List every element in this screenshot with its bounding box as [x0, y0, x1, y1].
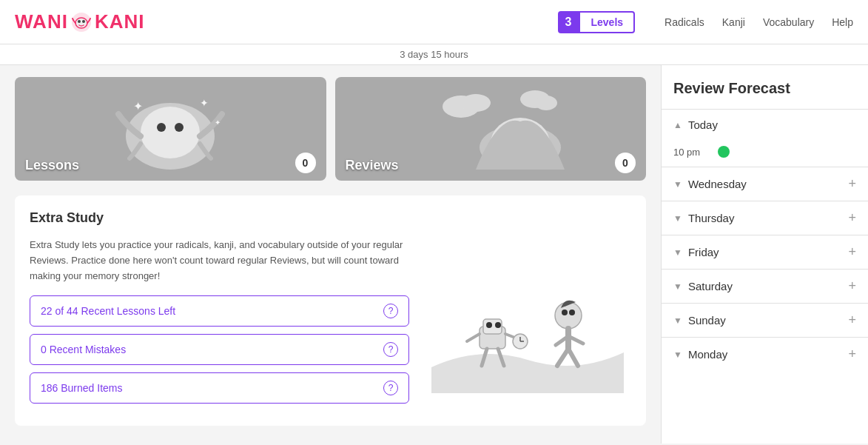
friday-chevron-icon: ▼: [673, 247, 682, 258]
extra-study-title: Extra Study: [30, 210, 631, 226]
forecast-sunday-header[interactable]: ▼ Sunday +: [662, 304, 868, 337]
svg-point-16: [461, 94, 491, 112]
logo-text-right: KANI: [95, 10, 145, 33]
forecast-saturday: ▼ Saturday +: [662, 269, 868, 303]
forecast-friday-left: ▼ Friday: [673, 246, 719, 258]
main-nav: Radicals Kanji Vocabulary Help: [665, 16, 853, 28]
forecast-wednesday-header[interactable]: ▼ Wednesday +: [662, 167, 868, 201]
level-control[interactable]: 3 Levels: [558, 11, 650, 33]
svg-point-24: [486, 322, 492, 328]
monday-chevron-icon: ▼: [673, 349, 682, 360]
extra-study-left: Extra Study lets you practice your radic…: [30, 238, 409, 411]
lessons-card[interactable]: ✦ ✦ ✦ Lessons 0: [15, 77, 326, 181]
today-label: Today: [688, 118, 718, 131]
crab-logo-icon: [70, 10, 93, 34]
friday-plus-icon: +: [848, 244, 856, 260]
time-row-10pm: 10 pm: [673, 143, 856, 161]
forecast-today-header[interactable]: ▲ Today: [662, 110, 868, 140]
forecast-today-left: ▲ Today: [673, 118, 718, 131]
forecast-sunday-left: ▼ Sunday: [673, 314, 726, 327]
sunday-plus-icon: +: [848, 312, 856, 328]
nav-kanji[interactable]: Kanji: [722, 16, 745, 28]
saturday-label: Saturday: [688, 280, 733, 292]
svg-point-21: [569, 310, 575, 315]
thursday-label: Thursday: [688, 212, 735, 224]
nav-radicals[interactable]: Radicals: [665, 16, 704, 28]
svg-point-5: [141, 107, 200, 158]
sunday-chevron-icon: ▼: [673, 315, 682, 326]
left-content: ✦ ✦ ✦ Lessons 0: [0, 65, 661, 444]
svg-text:✦: ✦: [200, 97, 209, 109]
extra-study-illustration-area: [424, 238, 631, 411]
lessons-count: 0: [295, 153, 316, 173]
forecast-monday-header[interactable]: ▼ Monday +: [662, 338, 868, 371]
extra-study-description: Extra Study lets you practice your radic…: [30, 238, 409, 284]
svg-point-20: [562, 310, 568, 315]
nav-vocabulary[interactable]: Vocabulary: [763, 16, 814, 28]
forecast-saturday-header[interactable]: ▼ Saturday +: [662, 270, 868, 303]
reviews-label: Reviews: [346, 158, 399, 173]
lessons-label: Lessons: [25, 158, 79, 173]
recent-lessons-info-icon[interactable]: ?: [383, 304, 398, 318]
logo: WANI KANI: [15, 10, 144, 34]
main-layout: ✦ ✦ ✦ Lessons 0: [0, 65, 868, 444]
friday-label: Friday: [688, 246, 719, 258]
svg-point-18: [535, 96, 557, 110]
svg-text:✦: ✦: [215, 118, 221, 127]
running-illustration-svg: [431, 256, 624, 393]
today-chevron-up-icon: ▲: [673, 120, 682, 130]
logo-text-left: WANI: [15, 10, 68, 33]
recent-lessons-button[interactable]: 22 of 44 Recent Lessons Left ?: [30, 295, 409, 327]
svg-point-1: [75, 18, 87, 28]
header: WANI KANI 3 Levels Radicals Kanji Vocabu…: [0, 0, 868, 44]
monday-plus-icon: +: [848, 347, 856, 362]
sub-header-text: 3 days 15 hours: [400, 49, 468, 60]
burned-items-button[interactable]: 186 Burned Items ?: [30, 372, 409, 404]
reviews-count: 0: [615, 153, 636, 173]
reviews-card[interactable]: Reviews 0: [335, 77, 647, 181]
reviews-svg: [417, 84, 565, 173]
forecast-wednesday-left: ▼ Wednesday: [673, 178, 747, 190]
forecast-saturday-left: ▼ Saturday: [673, 280, 733, 292]
cards-row: ✦ ✦ ✦ Lessons 0: [15, 77, 646, 181]
levels-button[interactable]: Levels: [579, 11, 635, 33]
svg-point-25: [495, 322, 501, 328]
monday-label: Monday: [688, 348, 727, 361]
forecast-friday-header[interactable]: ▼ Friday +: [662, 235, 868, 269]
forecast-monday-left: ▼ Monday: [673, 348, 727, 361]
svg-point-2: [78, 20, 81, 23]
sub-header: 3 days 15 hours: [0, 44, 868, 65]
right-sidebar: Review Forecast ▲ Today 10 pm ▼: [661, 65, 868, 444]
forecast-title: Review Forecast: [662, 65, 868, 109]
forecast-friday: ▼ Friday +: [662, 235, 868, 269]
extra-study-section: Extra Study Extra Study lets you practic…: [15, 195, 646, 426]
forecast-thursday-left: ▼ Thursday: [673, 212, 734, 224]
forecast-wednesday: ▼ Wednesday +: [662, 167, 868, 201]
thursday-plus-icon: +: [848, 210, 856, 226]
svg-point-19: [555, 302, 582, 329]
recent-lessons-label: 22 of 44 Recent Lessons Left: [41, 305, 175, 317]
nav-help[interactable]: Help: [832, 16, 853, 28]
thursday-chevron-icon: ▼: [673, 213, 682, 224]
extra-study-inner: Extra Study lets you practice your radic…: [30, 238, 631, 411]
recent-mistakes-label: 0 Recent Mistakes: [41, 344, 126, 355]
wednesday-label: Wednesday: [688, 178, 747, 190]
burned-items-info-icon[interactable]: ?: [383, 381, 398, 395]
forecast-sunday: ▼ Sunday +: [662, 303, 868, 337]
svg-point-7: [175, 123, 184, 132]
recent-mistakes-info-icon[interactable]: ?: [383, 342, 398, 357]
level-number: 3: [558, 11, 579, 33]
saturday-plus-icon: +: [848, 278, 856, 294]
lessons-svg: ✦ ✦ ✦: [96, 84, 244, 173]
wednesday-chevron-icon: ▼: [673, 179, 682, 190]
forecast-thursday-header[interactable]: ▼ Thursday +: [662, 201, 868, 235]
wednesday-plus-icon: +: [848, 176, 856, 192]
saturday-chevron-icon: ▼: [673, 281, 682, 292]
recent-mistakes-button[interactable]: 0 Recent Mistakes ?: [30, 334, 409, 365]
forecast-monday: ▼ Monday +: [662, 337, 868, 371]
sunday-label: Sunday: [688, 314, 726, 327]
svg-point-6: [157, 123, 166, 132]
svg-text:✦: ✦: [133, 100, 143, 113]
forecast-today: ▲ Today 10 pm: [662, 109, 868, 167]
time-label-10pm: 10 pm: [673, 147, 710, 158]
